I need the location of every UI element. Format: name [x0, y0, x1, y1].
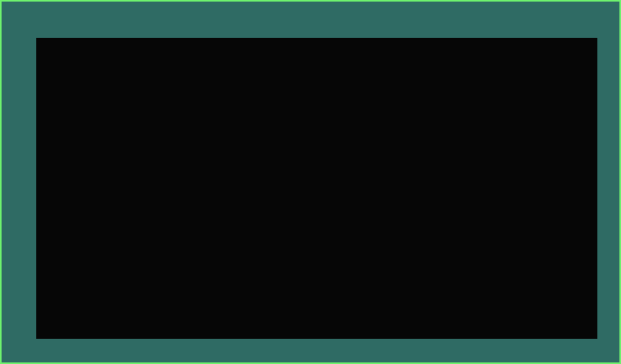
sky-chart[interactable]: [36, 38, 597, 339]
planetarium-window: [0, 0, 621, 364]
sky-label-layer: [36, 38, 597, 339]
